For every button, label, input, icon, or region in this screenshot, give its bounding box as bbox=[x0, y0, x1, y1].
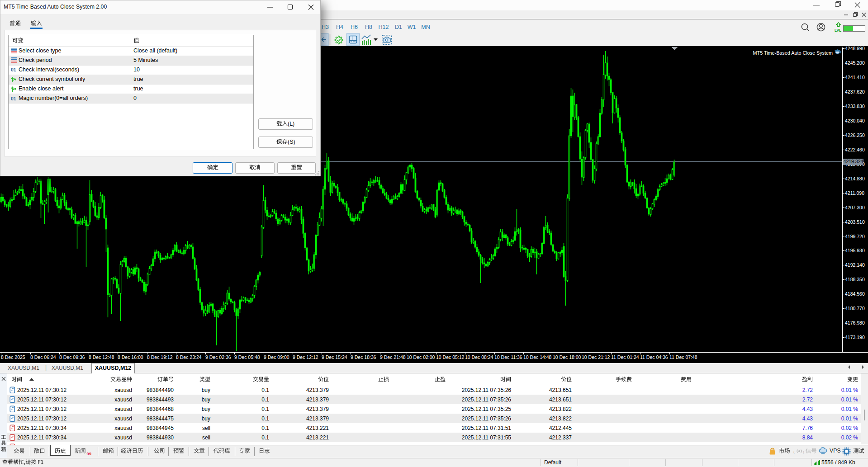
svg-text:): ) bbox=[803, 450, 804, 454]
svg-text:LVL: LVL bbox=[835, 28, 841, 33]
svg-text:(: ( bbox=[793, 450, 795, 454]
